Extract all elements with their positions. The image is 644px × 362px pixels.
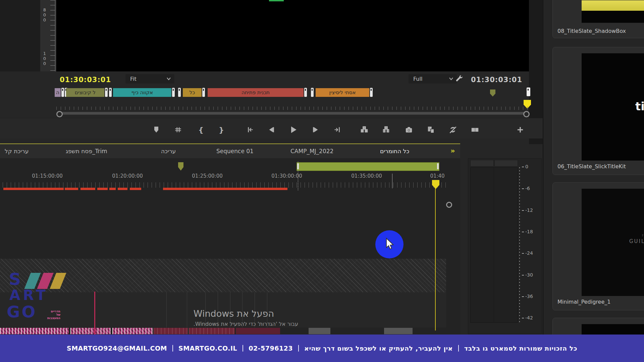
chevron-down-icon	[166, 77, 171, 80]
zoom-level-select[interactable]: Fit	[125, 74, 174, 83]
render-bar	[130, 188, 141, 190]
edit-bracket[interactable]	[109, 88, 112, 97]
clip-segment[interactable]: ה	[55, 88, 61, 97]
extract-button[interactable]	[381, 125, 391, 134]
tab-sequence[interactable]: CAMP_MJ_2022	[290, 148, 333, 155]
edit-bracket[interactable]	[311, 88, 314, 97]
edit-bracket[interactable]	[61, 88, 64, 97]
tab-sequence[interactable]: Sequence 01	[216, 148, 254, 155]
go-to-in-button[interactable]	[246, 125, 255, 134]
render-bar	[65, 188, 78, 190]
add-marker-button[interactable]	[152, 125, 161, 134]
separator	[298, 345, 299, 352]
ruler-number: 800	[42, 7, 47, 22]
meter-db-label: -6	[522, 186, 530, 191]
step-forward-button[interactable]	[311, 125, 320, 134]
edit-bracket[interactable]	[105, 88, 108, 97]
tab-sequence[interactable]: פסח תשפג_Trim	[66, 148, 107, 155]
export-frame-button[interactable]	[404, 125, 414, 134]
item-label[interactable]: 06_TitleSlate_SlickTitleKit	[557, 163, 626, 170]
tab-sequence[interactable]: עריכת קל	[5, 148, 29, 155]
tab-sequence-active[interactable]: כל החומרים	[380, 148, 409, 155]
separator	[458, 345, 459, 352]
render-bar	[118, 188, 127, 190]
ruler-timecode: 01:40	[430, 173, 444, 179]
windows-activation-watermark: הפעל את Windows עבור אל 'הגדרות' כדי להפ…	[194, 308, 298, 327]
scrollbar-handle-right[interactable]	[523, 111, 530, 117]
item-thumbnail[interactable]: FR GUILLER	[582, 189, 644, 296]
banner-notice-rights: כל הזכויות שמורות לסמארט גו בלבד	[464, 345, 577, 352]
banner-email: SMARTGO924@GMAIL.COM	[67, 345, 167, 352]
timeline-ruler[interactable]	[3, 182, 446, 188]
settings-wrench-button[interactable]	[454, 74, 463, 83]
scrollbar-handle-left[interactable]	[56, 111, 63, 117]
comparison-view-button[interactable]	[470, 125, 480, 134]
insert-button[interactable]	[426, 125, 435, 134]
edit-bracket[interactable]	[202, 88, 205, 97]
meter-db-label: -42	[522, 315, 533, 320]
marker-options-button[interactable]	[173, 125, 183, 134]
item-thumbnail[interactable]: tit	[582, 53, 644, 161]
video-content-sliver	[269, 0, 284, 1]
ruler-timecode: 01:35:00:00	[351, 173, 382, 179]
edit-bracket[interactable]	[304, 88, 307, 97]
tab-sequence[interactable]: עריכה	[161, 148, 176, 155]
item-label[interactable]: Minimal_Pedigree_1	[557, 299, 610, 305]
lift-button[interactable]	[360, 125, 369, 134]
render-bar	[163, 188, 287, 190]
resolution-value: Full	[413, 76, 422, 82]
edit-point-guide	[392, 174, 392, 188]
mark-out-button[interactable]: }	[217, 125, 226, 134]
logo-tagline: חדריים של המעצבות	[47, 310, 60, 320]
meter-db-label: -18	[522, 229, 533, 234]
playhead-timecode[interactable]: 01:30:03:01	[60, 76, 111, 84]
tab-overflow-chevron[interactable]: »	[450, 147, 455, 155]
cursor-highlight-circle	[375, 230, 404, 258]
toggle-sync-button[interactable]	[448, 125, 458, 134]
clip-segment[interactable]: כל	[183, 88, 202, 97]
edit-bracket[interactable]	[178, 88, 181, 97]
in-point-guide	[298, 162, 298, 190]
project-item-card[interactable]: FR GUILLER Minimal_Pedigree_1	[552, 182, 644, 310]
playhead-line	[435, 188, 436, 330]
project-item-card[interactable]: tit 06_TitleSlate_SlickTitleKit	[552, 47, 644, 175]
monitor-zoom-scrollbar[interactable]	[59, 112, 527, 115]
step-back-button[interactable]	[267, 125, 276, 134]
render-bar	[109, 188, 116, 190]
item-thumbnail[interactable]	[582, 0, 644, 11]
meter-db-label: -36	[522, 294, 533, 299]
project-bin-panel: 08_TitleSlate_ShadowBox tit 06_TitleSlat…	[543, 0, 644, 335]
meter-db-label: -30	[522, 272, 533, 278]
work-area-bar[interactable]	[297, 162, 439, 171]
separator	[243, 345, 243, 352]
end-bracket[interactable]	[527, 87, 530, 96]
windows-activate-subtitle: עבור אל 'הגדרות' כדי להפעיל את Windows.	[194, 321, 298, 327]
ruler-timecode: 01:25:00:00	[192, 173, 223, 179]
clip-segment[interactable]: אסתי ליסיצין	[316, 88, 369, 97]
button-editor-plus-button[interactable]	[516, 125, 525, 134]
go-to-out-button[interactable]	[332, 125, 342, 134]
play-button[interactable]	[288, 125, 298, 134]
edit-bracket[interactable]	[370, 88, 373, 97]
thumbnail-text: GUILLER	[629, 238, 644, 244]
sequence-marker[interactable]	[490, 89, 495, 97]
meter-db-label: 0	[522, 164, 528, 169]
program-monitor-video	[56, 0, 529, 71]
edit-bracket[interactable]	[172, 88, 175, 97]
meter-bars	[470, 167, 518, 323]
clip-segment[interactable]: ל קיבוצים	[66, 88, 104, 97]
meter-db-label: -12	[522, 207, 533, 213]
project-item-card[interactable]: 08_TitleSlate_ShadowBox	[552, 0, 644, 38]
mark-in-button[interactable]: {	[196, 125, 206, 134]
playback-resolution-select[interactable]: Full	[409, 74, 457, 83]
smartgo-logo-watermark: S ART GO חדריים של המעצבות	[0, 269, 87, 336]
windows-activate-title: הפעל את Windows	[194, 308, 298, 319]
ruler-timecode: 01:20:00:00	[112, 173, 143, 179]
timeline-marker[interactable]	[178, 162, 183, 171]
clip-segment[interactable]: תכנית פתיחה	[208, 88, 304, 97]
logo-letters-art: ART	[9, 288, 48, 302]
item-label[interactable]: 08_TitleSlate_ShadowBox	[557, 28, 626, 34]
clip-segment[interactable]: אקווה כיף	[113, 88, 171, 97]
timeline-scroll-knob[interactable]	[446, 202, 452, 208]
render-bar	[3, 188, 64, 190]
